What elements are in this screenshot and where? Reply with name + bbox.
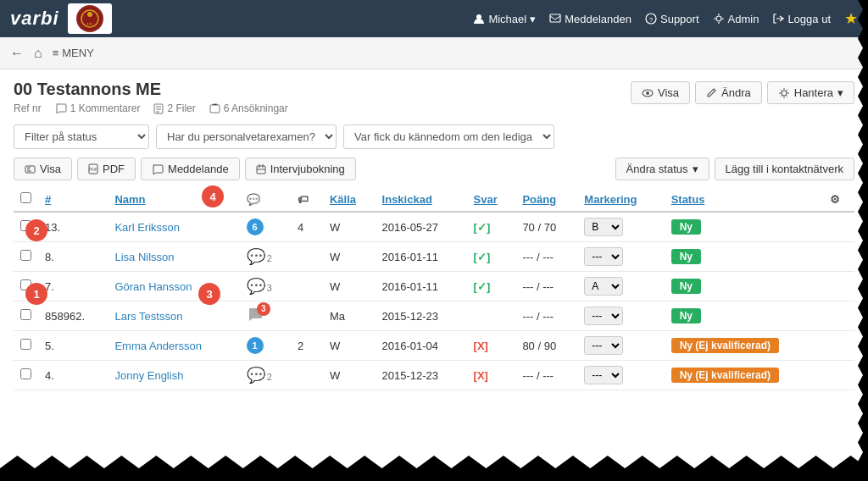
row-gear[interactable] xyxy=(823,301,854,331)
row-name[interactable]: Karl Eriksson xyxy=(108,212,239,242)
row-comments[interactable]: 💬2 xyxy=(240,242,291,272)
svg-point-2 xyxy=(87,12,92,17)
tool-pdf-button[interactable]: PDF PDF xyxy=(77,158,136,180)
header-markering[interactable]: Markering xyxy=(577,187,664,212)
jagged-bottom xyxy=(0,456,868,481)
row-comments[interactable]: 💬3 xyxy=(240,272,291,301)
header-gear[interactable]: ⚙ xyxy=(823,187,854,212)
andra-status-button[interactable]: Ändra status xyxy=(615,158,709,180)
table-row: 5.Emma Andersson12W2016-01-04[X]80 / 90-… xyxy=(14,331,854,361)
star-icon: ★ xyxy=(844,9,858,28)
header-left: varbi UU xyxy=(10,3,112,34)
row-markering[interactable]: --- xyxy=(577,361,664,390)
row-markering[interactable]: B xyxy=(577,212,664,242)
row-tags: 4 xyxy=(291,212,323,242)
menu-button[interactable]: ≡ MENY xyxy=(53,47,94,59)
user-menu[interactable]: Michael ▾ xyxy=(473,13,536,25)
header-inskickad[interactable]: Inskickad xyxy=(376,187,467,212)
row-tags xyxy=(291,242,323,272)
row-name[interactable]: Lisa Nilsson xyxy=(108,242,239,272)
row-poang: --- / --- xyxy=(515,242,577,272)
svg-text:?: ? xyxy=(649,16,654,24)
row-checkbox[interactable] xyxy=(20,250,31,261)
row-comments[interactable]: 1 xyxy=(240,331,291,361)
hantera-button[interactable]: Hantera xyxy=(767,81,854,104)
row-checkbox[interactable] xyxy=(20,368,31,379)
tool-visa-button[interactable]: Visa xyxy=(14,158,72,180)
header-comments: 💬 xyxy=(240,187,291,212)
row-markering[interactable]: A xyxy=(577,272,664,301)
status-badge: Ny xyxy=(671,308,701,323)
markering-select[interactable]: --- xyxy=(584,307,623,325)
tool-meddelande-button[interactable]: Meddelande xyxy=(141,158,240,180)
lagg-till-button[interactable]: Lägg till i kontaktnätverk xyxy=(715,158,854,180)
admin-link[interactable]: Admin xyxy=(713,13,760,25)
row-comments[interactable]: 3 xyxy=(240,301,291,331)
applications-table: # Namn 💬 🏷 Källa Inskickad Svar Poäng Ma… xyxy=(14,187,854,390)
svg-text:UU: UU xyxy=(86,22,93,26)
row-markering[interactable]: --- xyxy=(577,242,664,272)
header-poang[interactable]: Poäng xyxy=(515,187,577,212)
row-tags: 2 xyxy=(291,331,323,361)
row-name[interactable]: Emma Andersson xyxy=(108,331,239,361)
header-num[interactable]: # xyxy=(38,187,108,212)
row-name[interactable]: Lars Testsson xyxy=(108,301,239,331)
row-checkbox[interactable] xyxy=(20,279,31,290)
visa-button[interactable]: Visa xyxy=(631,81,690,104)
row-checkbox[interactable] xyxy=(20,339,31,350)
select-all-checkbox[interactable] xyxy=(20,192,31,203)
row-svar: [X] xyxy=(467,361,516,390)
table-wrapper: 1 2 3 4 # Namn 💬 🏷 Källa Inskickad Svar … xyxy=(14,187,854,390)
markering-select[interactable]: --- xyxy=(584,336,623,355)
row-num: 5. xyxy=(38,331,108,361)
table-row: 8.Lisa Nilsson💬2W2016-01-11[✓]--- / ----… xyxy=(14,242,854,272)
row-checkbox[interactable] xyxy=(20,220,31,231)
markering-select[interactable]: --- xyxy=(584,366,623,384)
tool-intervju-button[interactable]: Intervjubokning xyxy=(245,158,356,180)
header-namn[interactable]: Namn xyxy=(108,187,239,212)
nav-bar: ← ⌂ ≡ MENY xyxy=(0,37,868,69)
row-gear[interactable] xyxy=(823,331,854,361)
status-badge-orange: Ny (Ej kvalificerad) xyxy=(671,368,779,383)
header-right: Michael ▾ Meddelanden ? Support Admin Lo… xyxy=(473,9,858,28)
table-row: 858962.Lars Testsson 3 Ma2015-12-23--- /… xyxy=(14,301,854,331)
row-kalla: W xyxy=(323,212,376,242)
row-gear[interactable] xyxy=(823,242,854,272)
row-name[interactable]: Jonny English xyxy=(108,361,239,390)
row-comments[interactable]: 💬2 xyxy=(240,361,291,390)
table-row: 4.Jonny English💬2W2015-12-23[X]--- / ---… xyxy=(14,361,854,390)
filter-question2[interactable]: Var fick du kännedom om den lediga xyxy=(343,124,554,149)
chat-bubble: 💬 xyxy=(247,248,265,265)
header-status[interactable]: Status xyxy=(665,187,824,212)
row-inskickad: 2016-01-11 xyxy=(376,272,467,301)
home-button[interactable]: ⌂ xyxy=(34,46,42,61)
andra-button[interactable]: Ändra xyxy=(695,81,762,104)
header-svar[interactable]: Svar xyxy=(467,187,516,212)
row-kalla: W xyxy=(323,331,376,361)
row-markering[interactable]: --- xyxy=(577,301,664,331)
markering-select[interactable]: B xyxy=(584,218,623,236)
header-kalla[interactable]: Källa xyxy=(323,187,376,212)
row-num: 4. xyxy=(38,361,108,390)
filter-status[interactable]: Filter på status xyxy=(14,124,149,149)
row-name[interactable]: Göran Hansson xyxy=(108,272,239,301)
row-tags xyxy=(291,301,323,331)
page-meta: Ref nr 1 Kommentarer 2 Filer 6 Ansökning… xyxy=(14,102,288,114)
row-markering[interactable]: --- xyxy=(577,331,664,361)
page-content: 00 Testannons ME Ref nr 1 Kommentarer 2 … xyxy=(0,69,868,401)
logout-link[interactable]: Logga ut xyxy=(772,13,831,25)
row-kalla: Ma xyxy=(323,301,376,331)
row-checkbox[interactable] xyxy=(20,309,31,320)
back-button[interactable]: ← xyxy=(10,46,24,61)
messages-link[interactable]: Meddelanden xyxy=(549,13,632,25)
row-gear[interactable] xyxy=(823,361,854,390)
row-comments[interactable]: 6 xyxy=(240,212,291,242)
row-gear[interactable] xyxy=(823,212,854,242)
row-tags xyxy=(291,272,323,301)
row-gear[interactable] xyxy=(823,272,854,301)
comment-badge: 1 xyxy=(247,337,264,354)
filter-question1[interactable]: Har du personalvetarexamen? xyxy=(156,124,337,149)
markering-select[interactable]: --- xyxy=(584,247,623,266)
support-link[interactable]: ? Support xyxy=(645,13,699,25)
markering-select[interactable]: A xyxy=(584,277,623,296)
